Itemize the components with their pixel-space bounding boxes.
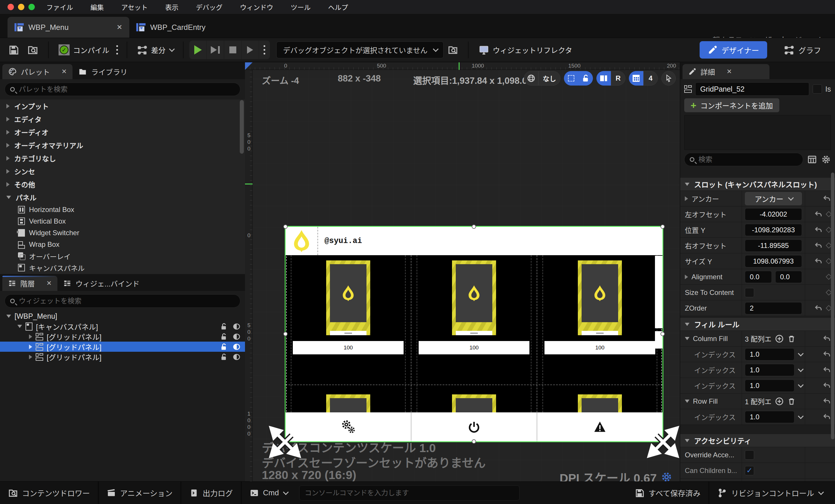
chevron-down-icon[interactable] (798, 413, 804, 419)
add-component-button[interactable]: + コンポーネントを追加 (684, 98, 779, 112)
tree-row-grid-panel-2-selected[interactable]: [グリッドパネル] (0, 342, 245, 352)
details-scrollbar[interactable] (831, 173, 834, 439)
animation-button[interactable]: アニメーション (99, 482, 181, 504)
resize-handle[interactable] (283, 224, 288, 229)
override-accessible-checkbox[interactable] (745, 450, 754, 460)
reset-icon[interactable] (823, 335, 831, 343)
reset-icon[interactable] (814, 257, 822, 265)
cmd-dropdown[interactable]: Cmd (242, 482, 295, 504)
alignment-y-input[interactable]: 0.0 (775, 271, 802, 283)
palette-item-widget-switcher[interactable]: Widget Switcher (0, 227, 245, 239)
add-element-icon[interactable] (775, 334, 784, 343)
palette-item-vertical-box[interactable]: Vertical Box (0, 216, 245, 227)
cursor-mode-button[interactable] (661, 71, 676, 85)
dpi-settings-gear-icon[interactable] (661, 471, 672, 481)
chevron-down-icon[interactable] (798, 366, 804, 372)
power-button[interactable] (411, 412, 537, 441)
section-fill-rules[interactable]: フィル ルール (680, 318, 835, 331)
close-window-button[interactable] (7, 4, 14, 10)
tree-row-root[interactable]: [WBP_Menu] (0, 311, 245, 321)
alignment-x-input[interactable]: 0.0 (745, 271, 772, 283)
resize-arrows-icon[interactable] (646, 425, 680, 459)
is-variable-checkbox[interactable] (813, 84, 822, 94)
tab-wbp-cardentry[interactable]: ♥ WBP_CardEntry (129, 17, 212, 38)
maximize-window-button[interactable] (28, 4, 35, 10)
reset-icon[interactable] (823, 397, 831, 405)
palette-category-audiomaterial[interactable]: オーディオマテリアル (0, 139, 245, 152)
eject-button[interactable] (242, 41, 259, 59)
designer-mode-button[interactable]: デザイナー (699, 41, 767, 59)
save-status-button[interactable]: すべて保存済み (627, 482, 709, 504)
close-tab-icon[interactable]: ✕ (117, 23, 122, 31)
play-button[interactable] (189, 41, 207, 59)
lock-icon[interactable] (220, 333, 228, 340)
grid-snap-size[interactable]: 4 (643, 71, 658, 85)
compile-options-button[interactable] (114, 45, 121, 55)
details-search-input[interactable] (698, 156, 798, 164)
resize-handle[interactable] (283, 332, 288, 336)
chevron-down-icon[interactable] (798, 382, 804, 388)
localization-preview-button[interactable] (524, 71, 538, 85)
designer-canvas[interactable]: 0 500 1000 1500 200 500 0 500 1000 ズーム -… (245, 62, 680, 481)
close-tab-icon[interactable]: ✕ (46, 280, 52, 287)
trash-icon[interactable] (787, 397, 796, 406)
trash-icon[interactable] (787, 334, 796, 343)
palette-search-input[interactable] (19, 85, 235, 93)
tab-palette[interactable]: パレット ✕ (2, 64, 73, 79)
lock-widget-toggle[interactable] (578, 71, 593, 85)
anchor-dropdown[interactable]: アンカー (745, 192, 802, 205)
reset-icon[interactable] (823, 195, 831, 203)
tab-details[interactable]: 詳細 ✕ (683, 64, 770, 79)
tree-row-canvas-panel[interactable]: [キャンバスパネル] (0, 321, 245, 331)
palette-search[interactable] (5, 83, 240, 96)
settings-gear-icon[interactable] (821, 155, 831, 164)
right-offset-input[interactable]: -11.89585 (745, 240, 802, 252)
lock-icon[interactable] (220, 323, 228, 330)
palette-item-horizontal-box[interactable]: Horizontal Box (0, 204, 245, 216)
details-search[interactable] (684, 153, 803, 166)
hierarchy-search-input[interactable] (19, 297, 235, 305)
menu-tools[interactable]: ツール (291, 2, 311, 12)
save-button[interactable] (4, 41, 23, 59)
lock-icon[interactable] (220, 353, 228, 361)
content-drawer-button[interactable]: コンテンツドロワー (0, 482, 98, 504)
reset-icon[interactable] (814, 210, 822, 218)
frame-skip-button[interactable] (207, 41, 224, 59)
menu-edit[interactable]: 編集 (90, 2, 104, 12)
visibility-icon[interactable] (233, 333, 240, 340)
settings-button[interactable] (286, 412, 411, 441)
zorder-input[interactable]: 2 (745, 302, 802, 314)
add-element-icon[interactable] (775, 397, 784, 406)
section-slot[interactable]: スロット (キャンバスパネルスロット) (680, 178, 835, 191)
palette-item-wrap-box[interactable]: Wrap Box (0, 239, 245, 250)
diff-button[interactable]: 差分 (133, 41, 177, 59)
revision-control-button[interactable]: リビジョンコントロール (709, 482, 830, 504)
resize-handle[interactable] (472, 439, 476, 444)
reset-icon[interactable] (823, 413, 831, 421)
compile-button[interactable]: ✓ コンパイル (55, 41, 114, 59)
palette-category-input[interactable]: インプット (0, 99, 245, 113)
selection-outline-toggle[interactable] (564, 71, 578, 85)
resize-handle[interactable] (660, 332, 665, 336)
index-input[interactable]: 1.0 (745, 380, 794, 392)
tab-wbp-menu[interactable]: ♥ WBP_Menu ✕ (7, 17, 129, 38)
stop-button[interactable] (224, 41, 242, 59)
reset-icon[interactable] (814, 226, 822, 234)
menu-file[interactable]: ファイル (46, 2, 73, 12)
palette-category-other[interactable]: その他 (0, 178, 245, 191)
minimize-window-button[interactable] (18, 4, 24, 10)
palette-scrollbar[interactable] (240, 100, 244, 154)
section-accessibility[interactable]: アクセシビリティ (680, 434, 835, 447)
reset-icon[interactable] (823, 382, 831, 390)
can-children-checkbox[interactable]: ✓ (745, 466, 754, 475)
palette-category-synth[interactable]: シンセ (0, 165, 245, 178)
warning-button[interactable] (537, 412, 663, 441)
play-options-button[interactable] (259, 45, 270, 55)
card[interactable] (452, 260, 496, 335)
grid-snap-toggle[interactable] (629, 71, 643, 85)
tab-widget-bind[interactable]: ウィジェ...バインド (57, 276, 145, 291)
visibility-icon[interactable] (233, 323, 240, 330)
size-to-content-checkbox[interactable] (745, 288, 754, 297)
r-button[interactable]: R (611, 71, 625, 85)
menu-asset[interactable]: アセット (121, 2, 148, 12)
